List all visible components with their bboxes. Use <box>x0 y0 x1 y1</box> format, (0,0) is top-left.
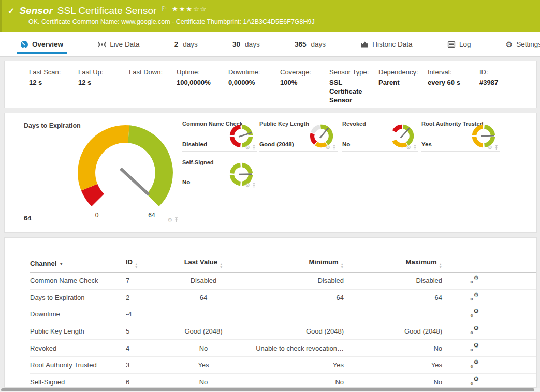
cell-minimum: Unable to check revocation… <box>245 344 344 352</box>
channel-settings-gears-icon[interactable]: ⚙⚙ <box>470 360 479 368</box>
cell-channel[interactable]: Self-Signed <box>30 378 126 386</box>
gauge-settings-gear-icon[interactable]: ⚙ <box>245 183 250 188</box>
cell-id: 2 <box>126 294 162 301</box>
tab-historic-data[interactable]: Historic Data <box>356 32 417 56</box>
info-field-last-scan: Last Scan: 12 s <box>29 68 78 105</box>
sensor-title-row: ✓ Sensor SSL Certificate Sensor ⚐ ★★★☆☆ <box>2 0 540 17</box>
cell-channel[interactable]: Days to Expiration <box>30 294 126 301</box>
gauge-tile-revoked[interactable]: Revoked No ⚙ <box>342 118 418 152</box>
gauge-scale-min: 0 <box>95 212 99 219</box>
column-header-last-value[interactable]: Last Value▲▼ <box>162 258 245 268</box>
column-header-label: Channel <box>30 260 56 267</box>
channel-settings-gears-icon[interactable]: ⚙⚙ <box>470 326 479 335</box>
gauge-tile-public-key-length[interactable]: Public Key Length Good (2048) ⚙ <box>259 118 338 152</box>
gauge-settings-gear-icon[interactable]: ⚙ <box>487 145 492 150</box>
cell-last-value: No <box>162 344 245 352</box>
channel-settings-gears-icon[interactable]: ⚙⚙ <box>470 309 479 318</box>
cell-minimum: 64 <box>245 294 344 301</box>
cell-last-value: No <box>162 378 245 386</box>
status-ok-check-icon: ✓ <box>8 6 14 16</box>
tab-30-days[interactable]: 30 days <box>228 32 265 56</box>
cell-channel[interactable]: Public Key Length <box>30 327 126 335</box>
info-value: SSL Certificate Sensor <box>329 79 378 105</box>
column-header-minimum[interactable]: Minimum▲▼ <box>245 258 344 268</box>
gauge-current-value: 64 <box>24 214 31 222</box>
cell-channel[interactable]: Common Name Check <box>30 277 126 284</box>
cell-channel[interactable]: Root Authority Trusted <box>30 361 126 369</box>
tab-2-days[interactable]: 2 days <box>170 32 202 56</box>
priority-flag-icon[interactable]: ⚐ <box>161 5 167 12</box>
channel-settings-gears-icon[interactable]: ⚙⚙ <box>470 293 479 301</box>
tab-bar: Overview Live Data 2 days 30 days 365 da… <box>0 32 540 57</box>
cell-minimum: Good (2048) <box>245 327 344 335</box>
table-row-common-name-check: Common Name Check 7 Disabled Disabled Di… <box>30 273 536 290</box>
tab-2-days-unit: days <box>183 40 198 48</box>
table-row-public-key-length: Public Key Length 5 Good (2048) Good (20… <box>30 323 536 340</box>
cell-channel[interactable]: Revoked <box>30 344 126 352</box>
gauge-settings-gear-icon[interactable]: ⚙ <box>167 217 172 223</box>
column-header-maximum[interactable]: Maximum▲▼ <box>344 258 442 268</box>
info-field-uptime: Uptime: 100,0000% <box>177 68 228 105</box>
tab-log[interactable]: Log <box>443 32 476 56</box>
gauge-tile-self-signed[interactable]: Self-Signed No ⚙ <box>182 157 257 189</box>
gauge-tile-common-name-check[interactable]: Common Name Check Disabled ⚙ <box>182 118 257 152</box>
info-label: Coverage: <box>280 68 329 76</box>
tab-overview[interactable]: Overview <box>16 32 68 56</box>
sensor-status-message: OK. Certificate Common Name: www.google.… <box>2 17 540 25</box>
tab-settings[interactable]: ⚙ Settings <box>501 32 540 56</box>
horizontal-scrollbar <box>0 388 540 392</box>
column-header-channel[interactable]: Channel▼ <box>30 260 126 267</box>
sensor-header: ✓ Sensor SSL Certificate Sensor ⚐ ★★★☆☆ … <box>0 0 540 32</box>
cell-id: 7 <box>126 277 162 284</box>
pin-icon[interactable] <box>252 183 256 188</box>
cell-last-value: Disabled <box>162 277 245 284</box>
cell-maximum: Yes <box>344 361 442 369</box>
horizontal-scrollbar-thumb[interactable] <box>1 388 534 391</box>
pin-icon[interactable] <box>413 145 417 150</box>
info-value: 12 s <box>29 79 78 87</box>
info-field-coverage: Coverage: 100% <box>280 68 329 105</box>
column-header-id[interactable]: ID▲▼ <box>126 258 162 268</box>
info-label: Interval: <box>428 68 479 76</box>
cell-id: 3 <box>126 361 162 369</box>
pin-icon[interactable] <box>174 217 179 223</box>
info-value: 12 s <box>78 79 129 87</box>
gauge-settings-gear-icon[interactable]: ⚙ <box>245 145 250 150</box>
priority-stars[interactable]: ★★★☆☆ <box>172 5 207 13</box>
tab-overview-label: Overview <box>32 40 63 48</box>
channel-settings-gears-icon[interactable]: ⚙⚙ <box>470 377 479 385</box>
pin-icon[interactable] <box>252 145 256 150</box>
tab-365-days-unit: days <box>311 40 326 48</box>
tile-icon-group: ⚙ <box>406 145 417 150</box>
cell-minimum: Disabled <box>245 277 344 284</box>
info-field-id: ID: #3987 <box>479 68 507 105</box>
cell-channel[interactable]: Downtime <box>30 310 126 318</box>
gauge-tile-root-authority-trusted[interactable]: Root Authority Trusted Yes ⚙ <box>421 118 500 152</box>
tab-2-days-number: 2 <box>174 40 179 48</box>
page-title: SSL Certificate Sensor <box>57 5 157 17</box>
cell-last-value: Yes <box>162 361 245 369</box>
info-value: Parent <box>378 79 428 87</box>
cell-maximum: 64 <box>344 294 442 301</box>
info-value: 100,0000% <box>177 79 228 87</box>
tab-live-data-label: Live Data <box>110 40 139 48</box>
tile-icon-group: ⚙ <box>325 145 337 150</box>
pin-icon[interactable] <box>494 145 499 150</box>
channel-settings-gears-icon[interactable]: ⚙⚙ <box>470 343 479 352</box>
cell-last-value: Good (2048) <box>162 327 245 335</box>
cell-minimum: Yes <box>245 361 344 369</box>
gauge-tile-days-to-expiration[interactable]: Days to Expiration 0 64 64 ⚙ <box>20 118 182 224</box>
tab-live-data[interactable]: Live Data <box>93 32 144 56</box>
gauge-settings-gear-icon[interactable]: ⚙ <box>325 145 330 150</box>
column-header-label: Last Value <box>184 258 217 266</box>
pin-icon[interactable] <box>332 145 337 150</box>
info-field-dependency: Dependency: Parent <box>378 68 428 105</box>
table-row-root-authority-trusted: Root Authority Trusted 3 Yes Yes Yes ⚙⚙ <box>30 357 536 374</box>
info-value: every 60 s <box>428 79 479 87</box>
gauge-settings-gear-icon[interactable]: ⚙ <box>406 145 411 150</box>
info-value: #3987 <box>479 79 507 87</box>
tile-icon-group: ⚙ <box>167 217 179 223</box>
tab-365-days[interactable]: 365 days <box>290 32 330 56</box>
gauge-current-value: No <box>342 141 350 147</box>
channel-settings-gears-icon[interactable]: ⚙⚙ <box>470 276 479 284</box>
